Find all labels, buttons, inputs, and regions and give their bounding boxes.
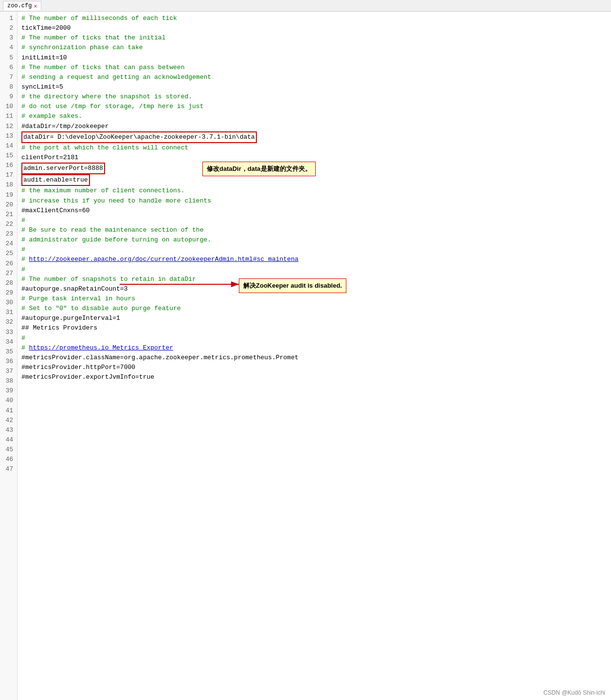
line-number: 19 [4, 190, 13, 200]
line-number: 36 [4, 357, 13, 367]
line-number: 27 [4, 269, 13, 278]
code-line: #maxClientCnxns=60 [21, 206, 607, 216]
highlighted-code: audit.enable=true [21, 174, 90, 186]
code-line: # The number of ticks that can pass betw… [21, 63, 607, 73]
code-line: syncLimit=5 [21, 82, 607, 92]
line-number: 2 [4, 23, 13, 33]
line-number: 42 [4, 416, 13, 425]
code-line: #dataDir=/tmp/zookeeper [21, 122, 607, 131]
line-number: 30 [4, 298, 13, 308]
line-number: 5 [4, 53, 13, 63]
line-number: 40 [4, 396, 13, 405]
line-number: 34 [4, 337, 13, 347]
code-line: # Be sure to read the maintenance sectio… [21, 225, 607, 235]
code-area[interactable]: 修改dataDir，data是新建的文件夹。 解决ZooKeeper audit… [18, 12, 611, 700]
highlighted-code: dataDir= D:\develop\ZooKeeper\apache-zoo… [21, 131, 257, 143]
line-number: 39 [4, 386, 13, 396]
line-number: 45 [4, 445, 13, 455]
line-number: 33 [4, 328, 13, 337]
code-line: # https://prometheus.io Metrics Exporter [21, 343, 607, 353]
line-number: 32 [4, 317, 13, 327]
line-number: 3 [4, 33, 13, 43]
code-line: # sending a request and getting an ackno… [21, 73, 607, 82]
code-line: # do not use /tmp for storage, /tmp here… [21, 102, 607, 111]
code-line: # increase this if you need to handle mo… [21, 196, 607, 206]
code-line: tickTime=2000 [21, 23, 607, 33]
line-number: 22 [4, 220, 13, 229]
annotation-audit: 解决ZooKeeper audit is disabled. [239, 278, 346, 293]
code-line: # The number of ticks that the initial [21, 33, 607, 43]
code-line: # [21, 333, 607, 343]
line-number: 8 [4, 82, 13, 92]
line-number: 26 [4, 259, 13, 269]
line-number: 14 [4, 141, 13, 151]
code-line: #metricsProvider.exportJvmInfo=true [21, 372, 607, 382]
line-number: 9 [4, 92, 13, 102]
code-line: # synchronization phase can take [21, 43, 607, 53]
code-line: # [21, 245, 607, 255]
line-number: 38 [4, 376, 13, 386]
line-number: 43 [4, 425, 13, 435]
code-line: # the port at which the clients will con… [21, 143, 607, 153]
line-number: 15 [4, 151, 13, 161]
code-line: # [21, 216, 607, 225]
annotation-datadir: 修改dataDir，data是新建的文件夹。 [202, 162, 316, 176]
code-line: ## Metrics Providers [21, 323, 607, 333]
line-number: 44 [4, 435, 13, 445]
line-number: 1 [4, 14, 13, 23]
line-number: 25 [4, 249, 13, 258]
code-line: # [21, 265, 607, 275]
code-line: #metricsProvider.httpPort=7000 [21, 363, 607, 372]
line-number: 7 [4, 73, 13, 82]
title-bar: zoo.cfg ✕ [0, 0, 611, 12]
line-number: 21 [4, 210, 13, 220]
code-line: dataDir= D:\develop\ZooKeeper\apache-zoo… [21, 131, 607, 143]
code-line: # The number of milliseconds of each tic… [21, 14, 607, 23]
line-numbers: 1234567891011121314151617181920212223242… [0, 12, 18, 700]
file-tab-label: zoo.cfg [7, 2, 32, 9]
line-number: 18 [4, 180, 13, 190]
code-line: # the directory where the snapshot is st… [21, 92, 607, 102]
close-icon[interactable]: ✕ [34, 3, 37, 9]
watermark: CSDN @Kudō Shin-ichi [543, 689, 605, 696]
editor-container: 1234567891011121314151617181920212223242… [0, 12, 611, 700]
code-line: # Set to "0" to disable auto purge featu… [21, 304, 607, 313]
line-number: 13 [4, 131, 13, 141]
line-number: 10 [4, 102, 13, 111]
code-line: # the maximum number of client connectio… [21, 186, 607, 196]
line-number: 12 [4, 122, 13, 131]
line-number: 24 [4, 239, 13, 249]
line-number: 6 [4, 63, 13, 73]
line-number: 41 [4, 406, 13, 416]
file-tab[interactable]: zoo.cfg ✕ [3, 1, 41, 10]
line-number: 47 [4, 464, 13, 474]
code-line: #metricsProvider.className=org.apache.zo… [21, 353, 607, 363]
line-number: 20 [4, 200, 13, 210]
line-number: 37 [4, 367, 13, 376]
code-line: initLimit=10 [21, 53, 607, 63]
highlighted-code: admin.serverPort=8888 [21, 163, 105, 174]
line-number: 17 [4, 170, 13, 180]
line-number: 4 [4, 43, 13, 53]
code-line: # Purge task interval in hours [21, 294, 607, 304]
code-line: # example sakes. [21, 111, 607, 121]
code-line: # http://zookeeper.apache.org/doc/curren… [21, 255, 607, 264]
line-number: 29 [4, 288, 13, 298]
code-line: #autopurge.purgeInterval=1 [21, 313, 607, 323]
line-number: 23 [4, 229, 13, 239]
code-line: # administrator guide before turning on … [21, 235, 607, 245]
line-number: 16 [4, 161, 13, 170]
line-number: 46 [4, 455, 13, 464]
line-number: 35 [4, 347, 13, 357]
line-number: 28 [4, 278, 13, 288]
line-number: 31 [4, 308, 13, 317]
line-number: 11 [4, 111, 13, 121]
